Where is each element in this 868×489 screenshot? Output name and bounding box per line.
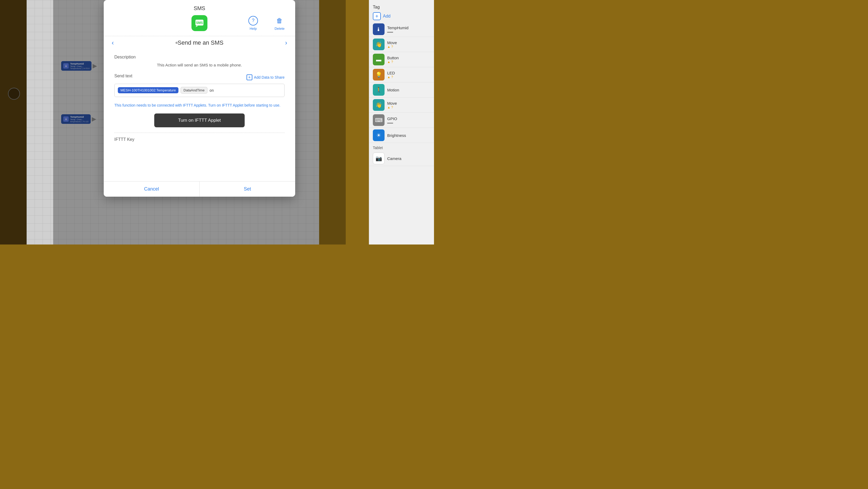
brightness-icon: ☀: [373, 129, 384, 141]
button-info: Button ▲ ?: [387, 56, 399, 64]
move1-warning: ▲ ?: [387, 45, 397, 48]
ifttt-notice: This function needs to be connected with…: [114, 102, 284, 108]
brightness-name: Brightness: [387, 133, 406, 138]
gpio-icon: ⌨: [373, 114, 384, 126]
add-data-button[interactable]: + Add Data to Share: [247, 74, 284, 80]
send-text-row: Send text + Add Data to Share: [114, 74, 284, 81]
led-info: LED ▲ ?: [387, 71, 395, 79]
brightness-info: Brightness: [387, 133, 406, 138]
help-button[interactable]: ? Help: [248, 16, 258, 31]
sidebar-item-motion[interactable]: 🚶 Motion: [369, 83, 434, 98]
move1-info: Move ▲ ?: [387, 40, 397, 48]
delete-button[interactable]: 🗑 Delete: [274, 16, 284, 31]
motion-name: Motion: [387, 88, 399, 92]
motion-icon: 🚶: [373, 84, 384, 96]
camera-info: Camera: [387, 156, 401, 161]
sidebar-add-row[interactable]: + Add: [369, 11, 434, 22]
motion-info: Motion: [387, 88, 399, 92]
send-text-label: Send text: [114, 74, 132, 78]
gpio-sub: ▬▬: [387, 121, 397, 124]
sidebar-add-label: Add: [383, 14, 391, 19]
temphum-icon: 🌡: [373, 23, 384, 35]
modal-title: SMS: [194, 5, 205, 11]
modal-body: Description This Action will send an SMS…: [104, 50, 295, 147]
datetime-tag[interactable]: DataAndTime: [181, 87, 208, 94]
help-label: Help: [250, 27, 257, 31]
nav-next-button[interactable]: ›: [285, 39, 287, 46]
modal-footer: Cancel Set: [104, 181, 295, 197]
button-icon: ▬: [373, 54, 384, 65]
sidebar-item-button[interactable]: ▬ Button ▲ ?: [369, 52, 434, 67]
sms-icon: SMS: [191, 15, 208, 31]
svg-text:SMS: SMS: [196, 21, 203, 25]
send-text-input[interactable]: MESH-100TH1001002:Temperature DataAndTim…: [114, 84, 284, 97]
led-name: LED: [387, 71, 395, 75]
modal-overlay: SMS SMS ? Help 🗑: [53, 0, 346, 244]
left-panel: [0, 0, 27, 244]
sidebar-item-camera[interactable]: 📷 Camera: [369, 151, 434, 166]
help-icon: ?: [248, 16, 258, 26]
delete-label: Delete: [274, 27, 284, 31]
sidebar-item-move1[interactable]: 👋 Move ▲ ?: [369, 37, 434, 52]
sidebar-tag-title: Tag: [369, 3, 434, 11]
temphum-info: TempHumid ▬▬: [387, 26, 408, 33]
move2-name: Move: [387, 101, 397, 105]
move2-warning: ▲ ?: [387, 105, 397, 109]
modal-icon-row: SMS ? Help 🗑 Delete: [109, 15, 290, 36]
ifttt-key-label: IFTTT Key: [114, 133, 284, 142]
add-data-plus-icon: +: [247, 74, 252, 80]
move1-name: Move: [387, 40, 397, 45]
delete-icon: 🗑: [275, 16, 284, 26]
turn-on-ifttt-button[interactable]: Turn on IFTTT Applet: [154, 113, 245, 127]
nav-dot: [176, 42, 178, 44]
temperature-tag[interactable]: MESH-100TH1001002:Temperature: [118, 87, 179, 93]
set-button[interactable]: Set: [200, 182, 296, 197]
sidebar-item-led[interactable]: 💡 LED ▲ ?: [369, 67, 434, 83]
sidebar-item-brightness[interactable]: ☀ Brightness: [369, 128, 434, 143]
led-warning: ▲ ?: [387, 75, 395, 79]
temphum-name: TempHumid: [387, 26, 408, 30]
move2-info: Move ▲ ?: [387, 101, 397, 109]
move1-icon: 👋: [373, 38, 384, 50]
sidebar-add-button[interactable]: +: [373, 12, 381, 20]
sidebar: Tag + Add 🌡 TempHumid ▬▬ 👋 Move ▲ ? ▬ Bu…: [369, 0, 434, 244]
camera-icon: 📷: [373, 153, 384, 164]
button-name: Button: [387, 56, 399, 60]
led-icon: 💡: [373, 69, 384, 80]
gpio-info: GPIO ▬▬: [387, 117, 397, 124]
button-warning: ▲ ?: [387, 60, 399, 64]
ifttt-notice-text: This function needs to be connected with…: [114, 103, 280, 107]
temphum-sub: ▬▬: [387, 30, 408, 33]
add-data-label: Add Data to Share: [254, 75, 284, 79]
camera-name: Camera: [387, 156, 401, 161]
modal-header: SMS SMS ? Help 🗑: [104, 0, 295, 36]
on-text: on: [210, 88, 214, 93]
description-text: This Action will send an SMS to a mobile…: [114, 62, 284, 68]
sidebar-item-gpio[interactable]: ⌨ GPIO ▬▬: [369, 113, 434, 128]
description-label: Description: [114, 55, 284, 60]
sms-modal: SMS SMS ? Help 🗑: [104, 0, 295, 197]
home-button[interactable]: [8, 88, 20, 100]
move2-icon: 👋: [373, 99, 384, 111]
modal-nav: ‹ › Send me an SMS: [104, 36, 295, 50]
cancel-button[interactable]: Cancel: [104, 182, 199, 197]
nav-prev-button[interactable]: ‹: [112, 39, 114, 46]
gpio-name: GPIO: [387, 117, 397, 121]
sidebar-item-temphum[interactable]: 🌡 TempHumid ▬▬: [369, 22, 434, 37]
sidebar-item-move2[interactable]: 👋 Move ▲ ?: [369, 98, 434, 113]
tablet-label: Tablet: [369, 143, 434, 151]
modal-subtitle: Send me an SMS: [178, 39, 223, 46]
canvas-area: 🌡 TempHumid Temp. Chan... Temperature(°)…: [27, 0, 319, 244]
